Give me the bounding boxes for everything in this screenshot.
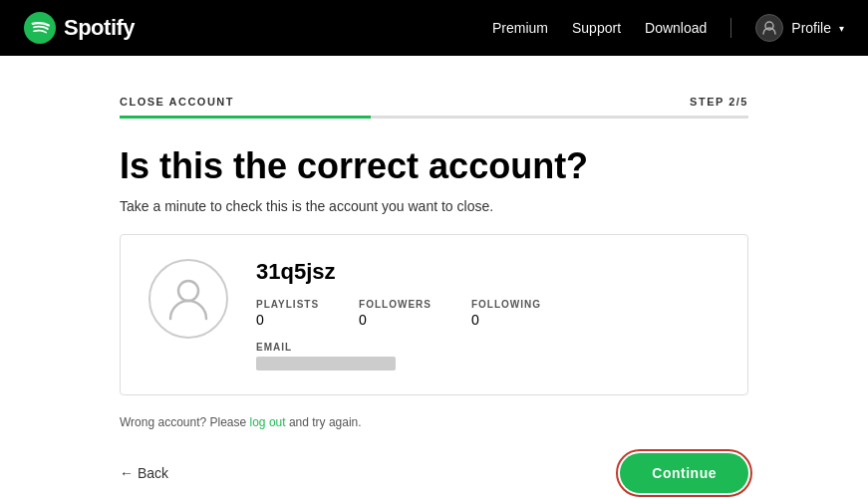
followers-label: FOLLOWERS [359, 299, 432, 310]
nav-right: Premium Support Download Profile ▾ [492, 14, 844, 42]
step-label: STEP 2/5 [690, 96, 748, 108]
account-username: 31q5jsz [256, 259, 720, 285]
playlists-value: 0 [256, 312, 319, 328]
navbar: Spotify Premium Support Download Profile… [0, 0, 868, 56]
wrong-account-after: and try again. [286, 415, 362, 429]
svg-point-0 [24, 12, 56, 44]
back-button[interactable]: ← Back [120, 465, 168, 481]
svg-point-2 [178, 281, 198, 301]
following-value: 0 [471, 312, 541, 328]
nav-left: Spotify [24, 12, 135, 44]
progress-header: CLOSE ACCOUNT STEP 2/5 [120, 96, 748, 108]
chevron-down-icon: ▾ [839, 23, 844, 34]
page-title: Is this the correct account? [120, 146, 748, 186]
email-value-redacted [256, 357, 396, 371]
footer-actions: ← Back Continue [120, 453, 748, 493]
logout-link[interactable]: log out [250, 415, 286, 429]
main-content: CLOSE ACCOUNT STEP 2/5 Is this the corre… [0, 56, 868, 498]
nav-profile[interactable]: Profile ▾ [755, 14, 844, 42]
playlists-label: PLAYLISTS [256, 299, 319, 310]
account-stats: PLAYLISTS 0 FOLLOWERS 0 FOLLOWING 0 [256, 299, 720, 328]
nav-avatar [755, 14, 783, 42]
close-account-label: CLOSE ACCOUNT [120, 96, 234, 108]
email-section: EMAIL [256, 342, 720, 371]
progress-bar-fill [120, 116, 371, 119]
account-info: 31q5jsz PLAYLISTS 0 FOLLOWERS 0 FOLLOWIN… [256, 259, 720, 371]
continue-button[interactable]: Continue [620, 453, 748, 493]
wrong-account-text: Wrong account? Please log out and try ag… [120, 415, 748, 429]
spotify-logo-icon [24, 12, 56, 44]
progress-bar-container [120, 116, 748, 119]
stat-followers: FOLLOWERS 0 [359, 299, 432, 328]
spotify-wordmark: Spotify [64, 15, 135, 41]
stat-following: FOLLOWING 0 [471, 299, 541, 328]
spotify-logo[interactable]: Spotify [24, 12, 135, 44]
nav-divider [730, 18, 731, 38]
email-label: EMAIL [256, 342, 720, 353]
account-avatar [148, 259, 228, 339]
account-card: 31q5jsz PLAYLISTS 0 FOLLOWERS 0 FOLLOWIN… [120, 234, 748, 395]
user-icon [761, 20, 777, 36]
nav-download-link[interactable]: Download [645, 20, 707, 36]
followers-value: 0 [359, 312, 432, 328]
stat-playlists: PLAYLISTS 0 [256, 299, 319, 328]
account-avatar-icon [168, 277, 208, 321]
nav-premium-link[interactable]: Premium [492, 20, 548, 36]
page-subtitle: Take a minute to check this is the accou… [120, 198, 748, 214]
nav-support-link[interactable]: Support [572, 20, 621, 36]
wrong-account-before: Wrong account? Please [120, 415, 250, 429]
nav-profile-label: Profile [791, 20, 831, 36]
following-label: FOLLOWING [471, 299, 541, 310]
